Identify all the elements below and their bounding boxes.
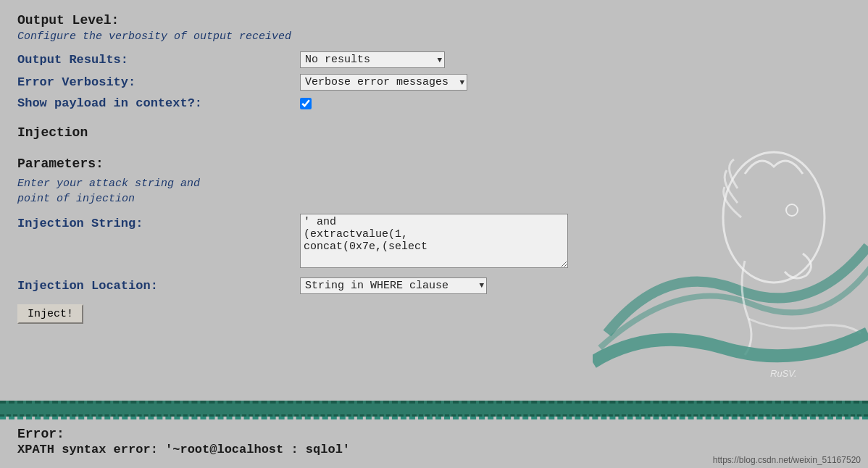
output-results-label: Output Results:	[17, 53, 300, 67]
injection-desc-line1: Enter your attack string and	[17, 177, 200, 190]
injection-location-select-wrapper[interactable]: String in WHERE clause Integer in WHERE …	[300, 277, 487, 294]
horse-logo-svg: RuSV.	[593, 130, 868, 391]
error-verbosity-select[interactable]: Verbose error messages Short error messa…	[300, 74, 467, 91]
svg-point-0	[723, 152, 825, 283]
error-verbosity-select-wrapper[interactable]: Verbose error messages Short error messa…	[300, 74, 467, 91]
injection-desc-line2: point of injection	[17, 193, 135, 205]
show-payload-checkbox[interactable]	[300, 98, 312, 109]
output-results-select[interactable]: No results Verbose Minimal	[300, 51, 445, 68]
injection-string-textarea[interactable]: ' and (extractvalue(1, concat(0x7e,(sele…	[300, 214, 568, 268]
injection-location-select[interactable]: String in WHERE clause Integer in WHERE …	[300, 277, 487, 294]
error-title: Error:	[17, 427, 851, 441]
error-section: Error: XPATH syntax error: '~root@localh…	[0, 417, 868, 468]
url-watermark: https://blog.csdn.net/weixin_51167520	[713, 455, 861, 465]
error-verbosity-row: Error Verbosity: Verbose error messages …	[17, 74, 851, 91]
injection-textarea-wrapper: ' and (extractvalue(1, concat(0x7e,(sele…	[300, 214, 568, 272]
svg-point-1	[786, 204, 798, 216]
inject-button[interactable]: Inject!	[17, 304, 83, 324]
output-results-select-wrapper[interactable]: No results Verbose Minimal	[300, 51, 445, 68]
output-level-title: Output Level:	[17, 13, 851, 28]
output-results-row: Output Results: No results Verbose Minim…	[17, 51, 851, 68]
output-level-desc: Configure the verbosity of output receiv…	[17, 29, 851, 44]
injection-location-label: Injection Location:	[17, 279, 300, 293]
show-payload-row: Show payload in context?:	[17, 96, 851, 110]
injection-string-label: Injection String:	[17, 214, 300, 230]
logo-area: RuSV.	[593, 130, 868, 391]
error-verbosity-label: Error Verbosity:	[17, 75, 300, 89]
show-payload-label: Show payload in context?:	[17, 96, 300, 110]
teal-divider-bar	[0, 401, 868, 417]
main-panel: Output Level: Configure the verbosity of…	[0, 0, 868, 401]
svg-text:RuSV.: RuSV.	[770, 368, 797, 379]
